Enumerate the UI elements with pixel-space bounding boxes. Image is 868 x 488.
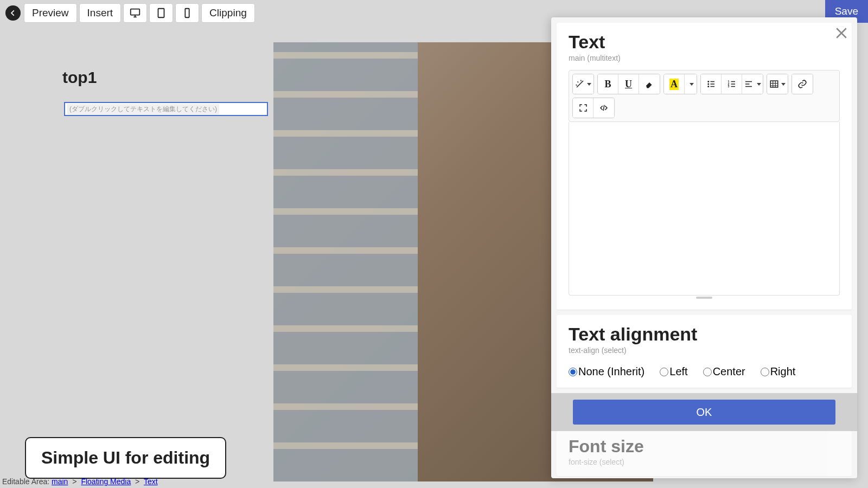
breadcrumb: Editable Area: main > Floating Media > T… xyxy=(2,477,158,486)
svg-rect-0 xyxy=(131,9,140,15)
bold-button[interactable]: B xyxy=(598,74,618,94)
align-center-option[interactable]: Center xyxy=(703,365,745,378)
ol-icon: 123 xyxy=(727,79,737,89)
editable-text-block[interactable]: (ダブルクリックしてテキストを編集してください) xyxy=(64,102,268,116)
alignment-title: Text alignment xyxy=(569,324,840,345)
ordered-list-button[interactable]: 123 xyxy=(722,74,742,94)
clipping-button[interactable]: Clipping xyxy=(201,3,255,23)
table-icon xyxy=(769,79,779,89)
eraser-button[interactable] xyxy=(639,74,660,94)
mobile-view-button[interactable] xyxy=(175,3,199,23)
arrow-left-icon xyxy=(9,9,17,17)
rich-text-editor[interactable] xyxy=(569,122,840,296)
svg-point-3 xyxy=(707,81,709,82)
font-size-section: Font size font-size (select) xyxy=(557,431,852,476)
align-none-option[interactable]: None (Inherit) xyxy=(569,365,644,378)
svg-text:3: 3 xyxy=(727,85,729,88)
text-section: Text main (multitext) B U A xyxy=(557,23,852,310)
highlight-button[interactable]: A xyxy=(664,74,685,94)
ok-bar: OK xyxy=(551,393,857,431)
ul-icon xyxy=(706,79,716,89)
align-button[interactable] xyxy=(742,74,763,94)
editor-resize-handle[interactable] xyxy=(569,296,840,300)
underline-button[interactable]: U xyxy=(618,74,639,94)
breadcrumb-main[interactable]: main xyxy=(52,477,68,486)
tablet-icon xyxy=(155,7,167,19)
preview-button[interactable]: Preview xyxy=(24,3,77,23)
magic-styles-button[interactable] xyxy=(573,74,593,94)
alignment-sub: text-align (select) xyxy=(569,346,840,355)
tablet-view-button[interactable] xyxy=(149,3,173,23)
fontsize-sub: font-size (select) xyxy=(569,458,840,466)
svg-point-5 xyxy=(707,86,709,87)
fullscreen-button[interactable] xyxy=(573,98,593,118)
link-icon xyxy=(797,79,807,89)
link-button[interactable] xyxy=(792,74,813,94)
code-view-button[interactable] xyxy=(593,98,614,118)
align-right-option[interactable]: Right xyxy=(761,365,796,378)
code-icon xyxy=(599,103,609,113)
fontsize-title: Font size xyxy=(569,436,840,457)
ok-button[interactable]: OK xyxy=(573,400,835,425)
insert-button[interactable]: Insert xyxy=(79,3,122,23)
desktop-view-button[interactable] xyxy=(123,3,147,23)
unordered-list-button[interactable] xyxy=(701,74,722,94)
svg-point-4 xyxy=(707,84,709,85)
breadcrumb-floating-media[interactable]: Floating Media xyxy=(81,477,131,486)
table-button[interactable] xyxy=(767,74,788,94)
breadcrumb-text[interactable]: Text xyxy=(144,477,158,486)
text-section-title: Text xyxy=(569,31,840,53)
svg-rect-1 xyxy=(158,9,164,18)
breadcrumb-label: Editable Area: xyxy=(2,477,49,486)
properties-panel: Text main (multitext) B U A xyxy=(551,17,857,478)
rich-text-toolbar: B U A 123 xyxy=(569,70,840,122)
svg-rect-2 xyxy=(185,9,189,18)
page-title: top1 xyxy=(62,68,97,87)
desktop-icon xyxy=(129,7,141,19)
align-left-option[interactable]: Left xyxy=(660,365,687,378)
align-icon xyxy=(744,79,754,89)
close-icon xyxy=(833,25,850,41)
eraser-icon xyxy=(644,79,654,89)
placeholder-text: (ダブルクリックしてテキストを編集してください) xyxy=(67,104,219,114)
callout-label: Simple UI for editing xyxy=(25,437,226,479)
mobile-icon xyxy=(181,7,193,19)
highlight-color-button[interactable] xyxy=(685,74,697,94)
alignment-options: None (Inherit) Left Center Right xyxy=(569,365,840,378)
svg-rect-9 xyxy=(770,81,778,87)
text-alignment-section: Text alignment text-align (select) None … xyxy=(557,315,852,388)
back-button[interactable] xyxy=(5,5,21,21)
close-panel-button[interactable] xyxy=(833,25,850,41)
expand-icon xyxy=(578,103,588,113)
wand-icon xyxy=(575,79,585,89)
text-section-sub: main (multitext) xyxy=(569,54,840,62)
